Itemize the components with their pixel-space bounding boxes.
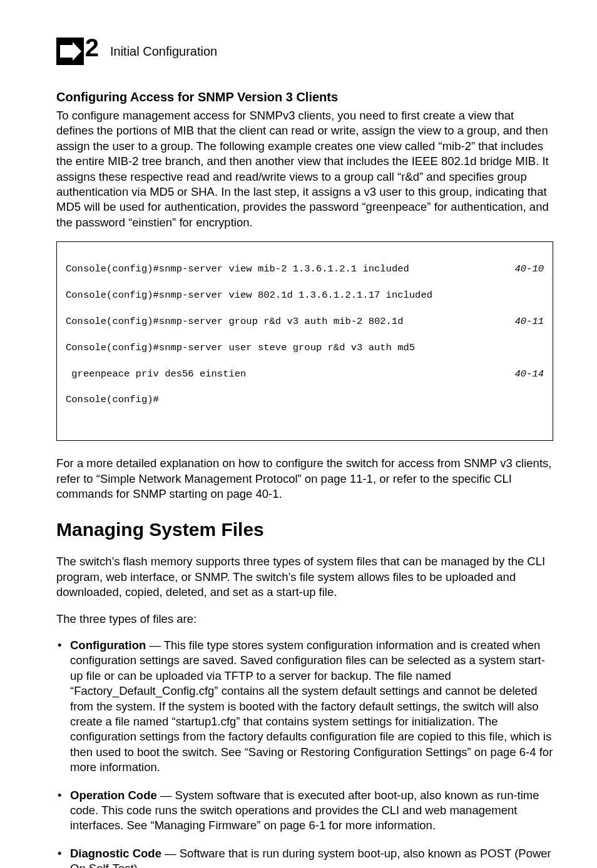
arrow-icon [56, 38, 84, 65]
code-l2: Console(config)#snmp-server view 802.1d … [66, 289, 432, 302]
code-l4: Console(config)#snmp-server user steve g… [66, 341, 415, 355]
chapter-number: 2 [85, 34, 99, 62]
after-code-para: For a more detailed explanation on how t… [56, 456, 553, 502]
bullet-label-operation-code: Operation Code [70, 789, 157, 802]
list-item: Diagnostic Code — Software that is run d… [56, 846, 553, 868]
list-item: Operation Code — System software that is… [56, 788, 553, 834]
header-title: Initial Configuration [110, 44, 217, 59]
code-r1: 40-10 [502, 263, 544, 276]
code-r3: 40-11 [502, 315, 544, 328]
code-r5: 40-14 [502, 368, 544, 381]
chapter-badge: 2 [56, 38, 84, 65]
section-para-snmp: To configure management access for SNMPv… [56, 108, 553, 230]
bullet-label-configuration: Configuration [70, 638, 146, 652]
code-l1: Console(config)#snmp-server view mib-2 1… [66, 263, 409, 276]
code-l6: Console(config)# [66, 393, 159, 406]
code-block: Console(config)#snmp-server view mib-2 1… [56, 241, 553, 441]
h1-managing-files: Managing System Files [56, 519, 553, 540]
file-types-list: Configuration — This file type stores sy… [56, 638, 553, 868]
section-heading-snmp: Configuring Access for SNMP Version 3 Cl… [56, 90, 553, 104]
code-l3: Console(config)#snmp-server group r&d v3… [66, 315, 404, 328]
bullet-label-diagnostic-code: Diagnostic Code [70, 847, 161, 860]
bullet-text-configuration: — This file type stores system configura… [70, 638, 553, 774]
list-item: Configuration — This file type stores sy… [56, 638, 553, 775]
code-l5: greenpeace priv des56 einstien [66, 368, 246, 381]
msf-para2: The three types of files are: [56, 612, 553, 627]
msf-para1: The switch’s flash memory supports three… [56, 554, 553, 600]
svg-marker-0 [60, 42, 81, 61]
page-header: 2 Initial Configuration [56, 38, 553, 65]
